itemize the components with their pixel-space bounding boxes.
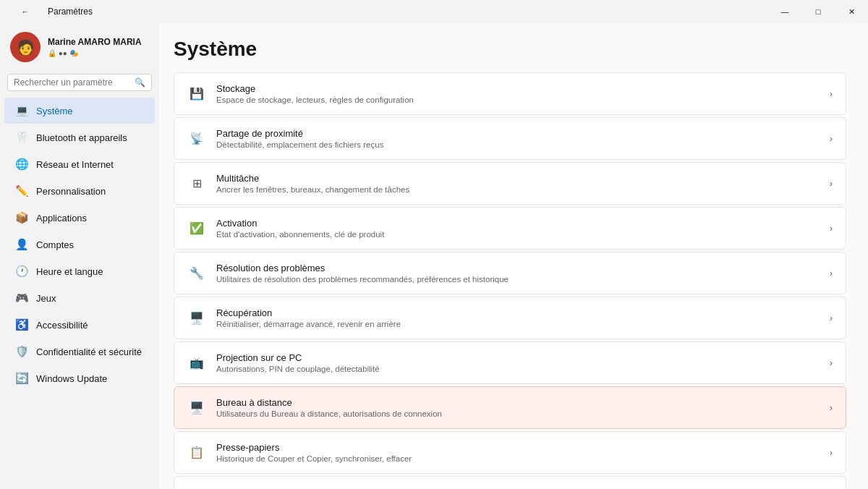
settings-item-title: Multitâche (216, 173, 820, 184)
settings-item-desc: Historique de Couper et Copier, synchron… (216, 454, 820, 463)
settings-item-title: Récupération (216, 307, 820, 318)
settings-item-desc: Espace de stockage, lecteurs, règles de … (216, 95, 820, 104)
sidebar-item-label: Windows Update (36, 373, 107, 384)
settings-item-title: Résolution des problèmes (216, 263, 820, 273)
stockage-icon: 💾 (187, 85, 206, 103)
titlebar: ← Paramètres — □ ✕ (0, 0, 868, 23)
sidebar-item-label: Accessibilité (36, 320, 88, 331)
main-window: 🧑 Marine AMARO MARIA 🔒 ●● 🎭 🔍 💻 Système … (0, 23, 868, 489)
settings-item-desc: Réinitialiser, démarrage avancé, revenir… (216, 320, 820, 328)
sidebar-item-label: Comptes (36, 239, 74, 250)
bureau-distance-icon: 🖥️ (187, 399, 206, 417)
settings-item-presse-papiers[interactable]: 📋 Presse-papiers Historique de Couper et… (174, 431, 846, 474)
settings-list: 💾 Stockage Espace de stockage, lecteurs,… (174, 72, 846, 489)
titlebar-controls: — □ ✕ (768, 0, 868, 23)
search-input[interactable] (14, 77, 130, 88)
settings-item-desc: Autorisations, PIN de couplage, détectab… (216, 365, 820, 373)
multitache-icon: ⊞ (187, 174, 206, 193)
settings-item-resolution[interactable]: 🔧 Résolution des problèmes Utilitaires d… (174, 252, 846, 294)
sidebar-item-comptes[interactable]: 👤 Comptes (4, 231, 155, 258)
titlebar-title: Paramètres (48, 7, 93, 17)
sidebar-item-windows-update[interactable]: 🔄 Windows Update (4, 365, 155, 391)
sidebar-item-accessibilite[interactable]: ♿ Accessibilité (4, 312, 155, 338)
confidentialite-icon: 🛡️ (14, 344, 29, 359)
personnalisation-icon: ✏️ (14, 184, 29, 198)
page-title: Système (174, 38, 846, 61)
settings-item-infos-systeme[interactable]: ℹ️ Informations système Spécifications d… (174, 476, 846, 489)
titlebar-left: ← Paramètres (9, 0, 93, 23)
chevron-right-icon: › (830, 224, 833, 234)
sidebar-item-label: Heure et langue (36, 266, 103, 277)
settings-item-multitache[interactable]: ⊞ Multitâche Ancrer les fenêtres, bureau… (174, 162, 846, 205)
settings-item-title: Stockage (216, 83, 820, 94)
settings-item-title: Presse-papiers (216, 442, 820, 453)
back-button[interactable]: ← (9, 0, 42, 23)
comptes-icon: 👤 (14, 237, 29, 252)
sidebar-item-reseau[interactable]: 🌐 Réseau et Internet (4, 151, 155, 177)
sidebar-item-bluetooth[interactable]: 🦷 Bluetooth et appareils (4, 124, 155, 150)
sidebar-item-applications[interactable]: 📦 Applications (4, 205, 155, 231)
presse-papiers-icon: 📋 (187, 443, 206, 462)
applications-icon: 📦 (14, 211, 29, 225)
sidebar-nav: 💻 Système 🦷 Bluetooth et appareils 🌐 Rés… (0, 97, 159, 392)
settings-item-bureau-distance[interactable]: 🖥️ Bureau à distance Utilisateurs du Bur… (174, 386, 846, 429)
search-box[interactable]: 🔍 (7, 74, 152, 91)
settings-item-title: Partage de proximité (216, 128, 820, 139)
settings-item-stockage[interactable]: 💾 Stockage Espace de stockage, lecteurs,… (174, 72, 846, 115)
settings-item-projection[interactable]: 📺 Projection sur ce PC Autorisations, PI… (174, 341, 846, 384)
settings-item-desc: État d'activation, abonnements, clé de p… (216, 230, 820, 239)
projection-icon: 📺 (187, 354, 206, 373)
recuperation-icon: 🖥️ (187, 309, 206, 328)
resolution-icon: 🔧 (187, 264, 206, 283)
settings-item-text: Résolution des problèmes Utilitaires de … (216, 263, 820, 284)
sidebar-item-label: Confidentialité et sécurité (36, 346, 142, 357)
minimize-button[interactable]: — (768, 0, 801, 23)
sidebar: 🧑 Marine AMARO MARIA 🔒 ●● 🎭 🔍 💻 Système … (0, 23, 159, 489)
settings-item-text: Partage de proximité Détectabilité, empl… (216, 128, 820, 149)
settings-item-text: Bureau à distance Utilisateurs du Bureau… (216, 397, 820, 418)
settings-item-title: Projection sur ce PC (216, 352, 820, 363)
sidebar-item-label: Jeux (36, 293, 56, 304)
settings-item-recuperation[interactable]: 🖥️ Récupération Réinitialiser, démarrage… (174, 297, 846, 339)
sidebar-item-label: Applications (36, 213, 87, 224)
close-button[interactable]: ✕ (835, 0, 868, 23)
user-icons: 🔒 ●● 🎭 (48, 49, 149, 57)
activation-icon: ✅ (187, 219, 206, 238)
search-icon: 🔍 (135, 77, 145, 88)
user-section[interactable]: 🧑 Marine AMARO MARIA 🔒 ●● 🎭 (0, 23, 159, 74)
bluetooth-icon: 🦷 (14, 130, 29, 145)
settings-item-text: Stockage Espace de stockage, lecteurs, r… (216, 83, 820, 104)
settings-item-activation[interactable]: ✅ Activation État d'activation, abonneme… (174, 207, 846, 250)
settings-item-desc: Utilisateurs du Bureau à distance, autor… (216, 409, 820, 418)
settings-item-title: Bureau à distance (216, 397, 820, 408)
partage-icon: 📡 (187, 129, 206, 148)
chevron-right-icon: › (830, 179, 833, 189)
user-name: Marine AMARO MARIA (48, 37, 149, 48)
chevron-right-icon: › (830, 403, 833, 413)
sidebar-item-jeux[interactable]: 🎮 Jeux (4, 285, 155, 311)
settings-item-partage[interactable]: 📡 Partage de proximité Détectabilité, em… (174, 117, 846, 160)
sidebar-item-personnalisation[interactable]: ✏️ Personnalisation (4, 178, 155, 204)
chevron-right-icon: › (830, 448, 833, 458)
heure-icon: 🕐 (14, 264, 29, 278)
settings-item-text: Récupération Réinitialiser, démarrage av… (216, 307, 820, 328)
settings-item-desc: Ancrer les fenêtres, bureaux, changement… (216, 185, 820, 194)
systeme-icon: 💻 (14, 103, 29, 118)
settings-item-desc: Utilitaires de résolution des problèmes … (216, 275, 820, 284)
maximize-button[interactable]: □ (801, 0, 835, 23)
sidebar-item-label: Personnalisation (36, 186, 106, 197)
settings-item-title: Activation (216, 218, 820, 229)
chevron-right-icon: › (830, 313, 833, 323)
chevron-right-icon: › (830, 268, 833, 278)
settings-item-desc: Détectabilité, emplacement des fichiers … (216, 140, 820, 149)
reseau-icon: 🌐 (14, 157, 29, 171)
sidebar-item-systeme[interactable]: 💻 Système (4, 98, 155, 124)
settings-item-text: Presse-papiers Historique de Couper et C… (216, 442, 820, 463)
windows-update-icon: 🔄 (14, 371, 29, 386)
sidebar-item-label: Bluetooth et appareils (36, 132, 127, 143)
chevron-right-icon: › (830, 134, 833, 144)
chevron-right-icon: › (830, 358, 833, 368)
accessibilite-icon: ♿ (14, 318, 29, 332)
sidebar-item-confidentialite[interactable]: 🛡️ Confidentialité et sécurité (4, 339, 155, 365)
sidebar-item-heure[interactable]: 🕐 Heure et langue (4, 258, 155, 284)
